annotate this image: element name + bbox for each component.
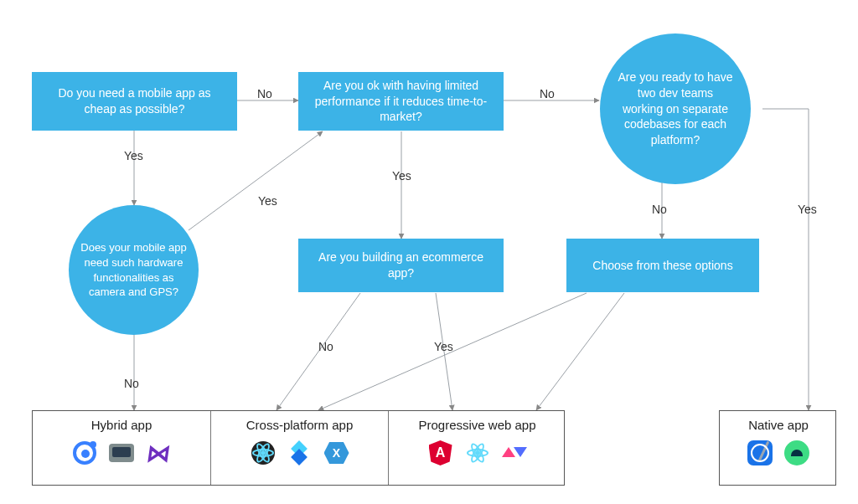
result-pwa: Progressive web app A xyxy=(388,411,566,485)
label-ecom-no: No xyxy=(318,340,333,353)
node-hw-text: Does your mobile app need such hardware … xyxy=(80,240,187,299)
node-choose: Choose from these options xyxy=(566,239,759,292)
node-ecom-text: Are you building an ecommerce app? xyxy=(310,249,492,281)
result-pwa-title: Progressive web app xyxy=(389,418,566,432)
results-group-main: Hybrid app ⋈ Cross-platform app X Progre… xyxy=(32,410,565,486)
label-ecom-yes: Yes xyxy=(434,340,453,353)
label-hw-no: No xyxy=(124,377,139,390)
polymer-icon xyxy=(500,439,529,467)
node-teams: Are you ready to have two dev teams work… xyxy=(600,33,751,184)
svg-line-3 xyxy=(189,131,323,230)
node-hw: Does your mobile app need such hardware … xyxy=(69,205,199,335)
cordova-icon xyxy=(107,439,136,467)
result-cross: Cross-platform app X xyxy=(210,411,388,485)
svg-line-9 xyxy=(536,293,624,410)
node-cheap-text: Do you need a mobile app as cheap as pos… xyxy=(44,85,225,117)
flutter-icon xyxy=(286,439,314,467)
label-perf-yes: Yes xyxy=(392,169,411,183)
label-cheap-yes: Yes xyxy=(124,149,143,162)
result-native: Native app xyxy=(719,410,836,486)
result-hybrid-title: Hybrid app xyxy=(33,418,210,432)
node-ecom: Are you building an ecommerce app? xyxy=(298,239,504,292)
label-cheap-no: No xyxy=(257,87,272,100)
xamarin-icon: X xyxy=(323,439,351,467)
xcode-icon xyxy=(746,439,774,467)
result-native-title: Native app xyxy=(720,418,837,432)
result-cross-title: Cross-platform app xyxy=(211,418,388,432)
label-perf-no: No xyxy=(540,87,555,100)
react-native-icon xyxy=(249,439,277,467)
label-teams-yes: Yes xyxy=(798,203,817,216)
node-perf: Are you ok with having limited performan… xyxy=(298,72,504,131)
result-hybrid: Hybrid app ⋈ xyxy=(33,411,210,485)
node-perf-text: Are you ok with having limited performan… xyxy=(310,78,492,126)
ionic-icon xyxy=(70,439,99,467)
angular-icon: A xyxy=(426,439,455,467)
node-teams-text: Are you ready to have two dev teams work… xyxy=(617,69,734,148)
visual-studio-icon: ⋈ xyxy=(144,439,173,467)
label-teams-no: No xyxy=(652,203,667,216)
node-cheap: Do you need a mobile app as cheap as pos… xyxy=(32,72,237,131)
node-choose-text: Choose from these options xyxy=(592,258,732,274)
label-hw-yes: Yes xyxy=(258,194,277,208)
react-icon xyxy=(463,439,492,467)
android-studio-icon xyxy=(783,439,811,467)
